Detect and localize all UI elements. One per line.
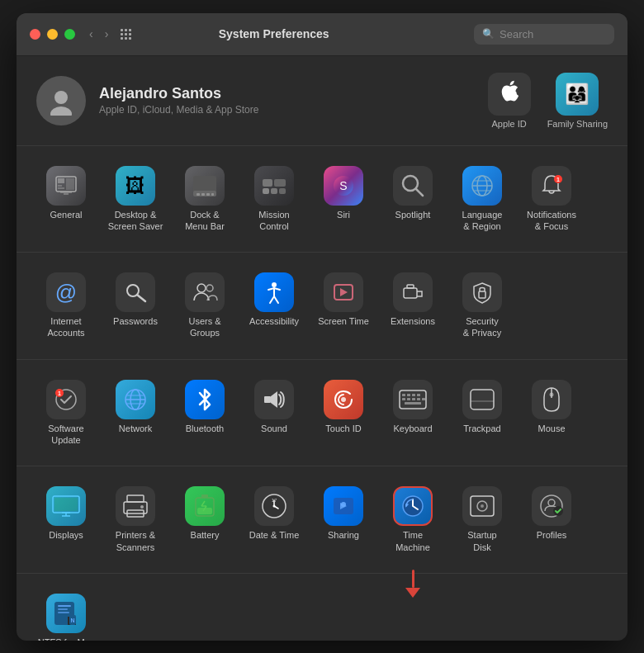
prefs-section-2: @ InternetAccounts Passwords [17, 253, 627, 360]
svg-rect-51 [407, 394, 410, 396]
touchid-icon [324, 380, 363, 419]
pref-battery[interactable]: Battery [172, 480, 238, 560]
search-input[interactable] [500, 28, 607, 40]
apple-id-button[interactable]: Apple ID [488, 73, 531, 129]
profiles-icon [532, 486, 571, 526]
pref-datetime[interactable]: 17 Date & Time [241, 480, 307, 560]
svg-rect-60 [471, 390, 494, 409]
svg-rect-65 [54, 498, 78, 511]
pref-passwords[interactable]: Passwords [102, 266, 168, 346]
pref-dock[interactable]: Dock &Menu Bar [172, 159, 238, 239]
pref-accessibility[interactable]: Accessibility [241, 266, 307, 346]
svg-rect-7 [60, 192, 72, 193]
pref-keyboard[interactable]: Keyboard [380, 373, 446, 453]
keyboard-label: Keyboard [393, 423, 432, 434]
bluetooth-label: Bluetooth [186, 423, 224, 434]
timemachine-icon [393, 486, 433, 526]
close-button[interactable] [30, 29, 40, 40]
pref-bluetooth[interactable]: Bluetooth [172, 373, 238, 453]
pref-profiles[interactable]: Profiles [519, 480, 585, 560]
apple-id-label: Apple ID [492, 119, 527, 129]
svg-rect-69 [127, 495, 144, 502]
svg-rect-12 [201, 193, 205, 196]
svg-point-1 [50, 106, 72, 116]
pref-spotlight[interactable]: Spotlight [380, 159, 446, 239]
internet-icon: @ [46, 272, 86, 312]
minimize-button[interactable] [47, 29, 58, 40]
pref-extensions[interactable]: Extensions [380, 266, 446, 346]
svg-text:1: 1 [556, 177, 560, 182]
pref-mission[interactable]: MissionControl [241, 159, 307, 239]
users-label: Users &Groups [188, 315, 220, 339]
pref-startup[interactable]: StartupDisk [449, 480, 515, 560]
svg-rect-75 [201, 494, 208, 498]
pref-trackpad[interactable]: Trackpad [449, 373, 515, 453]
pref-sound[interactable]: Sound [241, 373, 307, 453]
pref-ntfs[interactable]: N NTFS for Mac [33, 587, 99, 641]
security-icon [462, 272, 502, 312]
displays-icon [46, 486, 86, 526]
extensions-icon [393, 272, 433, 312]
datetime-label: Date & Time [249, 529, 300, 541]
desktop-label: Desktop &Screen Saver [108, 209, 163, 233]
ntfs-label: NTFS for Mac [38, 636, 94, 641]
pref-software[interactable]: 1 SoftwareUpdate [33, 373, 99, 453]
desktop-icon: 🖼 [116, 166, 155, 206]
apple-id-icon-box [488, 73, 531, 116]
pref-touchid[interactable]: Touch ID [310, 373, 376, 453]
pref-general[interactable]: General [33, 159, 99, 239]
software-label: SoftwareUpdate [48, 423, 83, 447]
pref-desktop[interactable]: 🖼 Desktop &Screen Saver [102, 159, 168, 239]
dock-label: Dock &Menu Bar [185, 209, 225, 233]
svg-rect-95 [58, 608, 68, 610]
window-title: System Preferences [73, 27, 474, 40]
keyboard-icon [393, 380, 433, 419]
svg-point-35 [272, 282, 277, 287]
svg-rect-57 [417, 398, 420, 400]
language-label: Language& Region [462, 209, 503, 233]
passwords-label: Passwords [113, 315, 158, 327]
pref-network[interactable]: Network [102, 373, 168, 453]
svg-rect-14 [211, 193, 214, 196]
svg-rect-5 [58, 187, 64, 189]
svg-point-91 [548, 499, 555, 506]
svg-rect-52 [412, 394, 415, 396]
pref-language[interactable]: Language& Region [449, 159, 515, 239]
pref-printers[interactable]: Printers &Scanners [102, 480, 168, 560]
family-sharing-button[interactable]: 👨‍👩‍👧 Family Sharing [547, 73, 608, 129]
pref-users[interactable]: Users &Groups [172, 266, 238, 346]
svg-rect-48 [264, 396, 271, 403]
prefs-grid-2: @ InternetAccounts Passwords [33, 266, 611, 346]
user-icons: Apple ID 👨‍👩‍👧 Family Sharing [488, 73, 608, 129]
battery-label: Battery [191, 529, 220, 541]
svg-text:N: N [70, 618, 74, 623]
user-info: Alejandro Santos Apple ID, iCloud, Media… [99, 85, 475, 116]
battery-icon [185, 486, 225, 526]
pref-displays[interactable]: Displays [33, 480, 99, 560]
search-bar[interactable]: 🔍 [474, 24, 614, 45]
pref-notifications[interactable]: 1 Notifications& Focus [519, 159, 585, 239]
pref-sharing[interactable]: Sharing [310, 480, 376, 560]
extensions-label: Extensions [391, 315, 435, 327]
startup-icon [462, 486, 502, 526]
pref-siri[interactable]: S Siri [310, 159, 376, 239]
pref-internet[interactable]: @ InternetAccounts [33, 266, 99, 346]
spotlight-icon [393, 166, 433, 206]
siri-icon: S [324, 166, 363, 206]
pref-mouse[interactable]: Mouse [519, 373, 585, 453]
svg-rect-4 [58, 185, 62, 187]
users-icon [185, 272, 225, 312]
pref-timemachine[interactable]: TimeMachine [380, 480, 446, 560]
siri-label: Siri [337, 209, 350, 220]
svg-text:1: 1 [58, 390, 61, 396]
sharing-icon [324, 486, 363, 526]
svg-rect-37 [404, 288, 417, 298]
mouse-icon [532, 380, 571, 419]
pref-screentime[interactable]: Screen Time [310, 266, 376, 346]
notifications-label: Notifications& Focus [527, 209, 576, 233]
timemachine-label: TimeMachine [395, 529, 430, 553]
svg-line-23 [416, 189, 423, 196]
svg-rect-11 [197, 193, 200, 196]
pref-security[interactable]: Security& Privacy [449, 266, 515, 346]
software-icon: 1 [46, 380, 86, 419]
